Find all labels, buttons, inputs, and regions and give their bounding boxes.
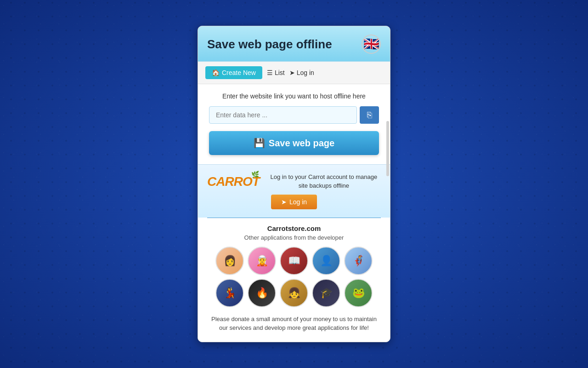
app-icon-8[interactable]: 👧	[280, 279, 308, 307]
app-icon-10[interactable]: 🐸	[344, 279, 373, 307]
developer-site: Carrotstore.com	[207, 224, 381, 232]
carrot-login-label: Log in	[289, 198, 307, 206]
carrot-login-icon: ➤	[281, 198, 287, 206]
app-icon-2[interactable]: 🧝	[248, 247, 276, 275]
app-container: Save web page offline 🇬🇧 🏠 Create New ☰ …	[198, 26, 390, 342]
navbar: 🏠 Create New ☰ List ➤ Log in	[198, 62, 390, 84]
login-nav-icon: ➤	[289, 69, 295, 76]
carrot-row: 🌿 CARROT Log in to your Carrot account t…	[207, 173, 381, 190]
page-title: Save web page offline	[207, 37, 332, 52]
developer-section: Carrotstore.com Other applications from …	[198, 218, 390, 342]
language-flag[interactable]: 🇬🇧	[362, 34, 381, 54]
app-icons-row-1: 👩 🧝 📖 👤 🦸	[207, 247, 381, 275]
login-nav-button[interactable]: ➤ Log in	[289, 69, 314, 76]
donate-text: Please donate a small amount of your mon…	[207, 311, 381, 334]
save-button-label: Save web page	[269, 138, 334, 149]
app-icon-7[interactable]: 🔥	[248, 279, 276, 307]
header: Save web page offline 🇬🇧	[198, 26, 390, 62]
create-new-label: Create New	[222, 69, 256, 76]
list-label: List	[275, 69, 285, 76]
input-row: ⎘	[209, 106, 379, 124]
create-new-button[interactable]: 🏠 Create New	[205, 66, 262, 79]
carrot-section: 🌿 CARROT Log in to your Carrot account t…	[198, 164, 390, 217]
app-icon-4[interactable]: 👤	[312, 247, 340, 275]
instruction-text: Enter the website link you want to host …	[209, 92, 379, 100]
app-icon-1[interactable]: 👩	[215, 247, 244, 275]
carrot-description: Log in to your Carrot account to manage …	[267, 173, 381, 190]
developer-subtitle: Other applications from the developer	[207, 234, 381, 241]
app-icon-6[interactable]: 💃	[215, 279, 244, 307]
list-button[interactable]: ☰ List	[267, 69, 285, 76]
home-icon: 🏠	[212, 69, 220, 76]
save-web-page-button[interactable]: 💾 Save web page	[209, 131, 379, 155]
app-icon-5[interactable]: 🦸	[344, 247, 373, 275]
url-input[interactable]	[209, 106, 357, 124]
app-icon-3[interactable]: 📖	[280, 247, 308, 275]
paste-button[interactable]: ⎘	[360, 106, 379, 124]
carrot-logo: 🌿 CARROT	[207, 174, 260, 189]
carrot-login-button[interactable]: ➤ Log in	[271, 195, 317, 209]
paste-icon: ⎘	[367, 110, 372, 120]
app-icons-row-2: 💃 🔥 👧 🎓 🐸	[207, 279, 381, 307]
scrollbar[interactable]	[386, 121, 389, 176]
save-icon: 💾	[254, 138, 265, 149]
main-content: Enter the website link you want to host …	[198, 84, 390, 164]
list-icon: ☰	[267, 69, 273, 76]
login-nav-label: Log in	[297, 69, 314, 76]
app-icon-9[interactable]: 🎓	[312, 279, 340, 307]
